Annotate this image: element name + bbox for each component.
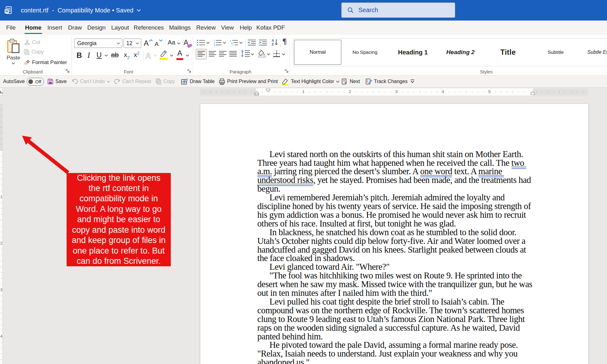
tab-draw[interactable]: Draw xyxy=(68,21,82,35)
style-subtitle[interactable]: Subtitle xyxy=(548,40,564,65)
qat-copy-button[interactable]: Copy xyxy=(156,76,175,87)
qat-print-preview-button[interactable]: Print Preview and Print xyxy=(219,76,278,87)
document-line[interactable]: Levi glanced toward Air. "Where?" xyxy=(269,263,390,271)
clipboard-dialog-launcher[interactable] xyxy=(65,69,70,73)
tab-file[interactable]: File xyxy=(6,21,16,35)
font-dialog-launcher[interactable] xyxy=(187,69,192,73)
grow-font-button[interactable]: A xyxy=(144,39,153,48)
tab-references[interactable]: References xyxy=(133,21,164,35)
document-line[interactable]: panted behind him. xyxy=(257,332,323,341)
copy-button[interactable]: Copy xyxy=(24,48,44,56)
align-right-button[interactable] xyxy=(219,50,227,57)
qat-next-button[interactable]: Next xyxy=(341,76,360,87)
superscript-button[interactable]: x2 xyxy=(134,51,142,60)
tab-review[interactable]: Review xyxy=(196,21,216,35)
tab-home[interactable]: Home xyxy=(25,21,42,35)
left-indent-marker[interactable] xyxy=(254,91,259,96)
text-effects-chevron[interactable] xyxy=(154,54,157,57)
align-center-button[interactable] xyxy=(208,50,217,57)
tab-kofax-pdf[interactable]: Kofax PDF xyxy=(256,21,286,35)
qat-highlight-button[interactable]: Text Highlight Color xyxy=(282,76,339,87)
cut-button[interactable]: Cut xyxy=(24,38,40,46)
font-size-select[interactable]: 12 xyxy=(124,39,141,48)
document-line[interactable]: Three years had taught him what happened… xyxy=(257,159,526,167)
underline-chevron[interactable] xyxy=(105,54,108,57)
shading-button[interactable] xyxy=(258,49,266,58)
multilevel-list-button[interactable]: 1 a i xyxy=(230,39,238,46)
document-line[interactable]: abandoned us." xyxy=(257,358,310,364)
show-formatting-button[interactable]: ¶ xyxy=(282,37,288,47)
line-spacing-chevron[interactable] xyxy=(251,53,254,55)
text-highlight-color-button[interactable] xyxy=(160,50,168,61)
document-line[interactable]: He pivoted toward the pale David, assumi… xyxy=(269,341,518,349)
first-line-indent-marker[interactable] xyxy=(266,89,270,92)
document-line[interactable]: his gym addiction was a bonus. He promis… xyxy=(257,211,526,219)
bullets-chevron[interactable] xyxy=(206,42,210,44)
borders-button[interactable] xyxy=(273,50,280,57)
document-line[interactable]: clung to Route 9 leading east to Utah’s … xyxy=(257,315,525,324)
tab-stop-selector[interactable] xyxy=(0,88,3,96)
document-line[interactable]: Utah’s October nights could dip below fo… xyxy=(257,237,525,245)
qat-overflow-button[interactable] xyxy=(410,79,415,83)
document-line[interactable]: Levi remembered Jeremiah’s pitch. Jeremi… xyxy=(269,193,505,202)
font-color-chevron[interactable] xyxy=(186,54,189,57)
italic-button[interactable]: I xyxy=(87,51,92,60)
document-line[interactable]: discipline honed by his twenty years of … xyxy=(257,202,531,211)
document-line[interactable]: compound was on the northern edge of Roc… xyxy=(257,306,524,315)
document-line[interactable]: a.m. jarring ring pierced the desert’s s… xyxy=(257,167,504,176)
font-family-select[interactable]: Georgia xyxy=(74,39,122,48)
text-effects-button[interactable]: A xyxy=(145,51,155,60)
search-input[interactable]: Search xyxy=(341,2,455,18)
bold-button[interactable]: B xyxy=(77,51,83,60)
document-line[interactable]: Levi stared north on the outskirts of th… xyxy=(269,150,523,159)
bullets-button[interactable] xyxy=(197,39,205,46)
multilevel-chevron[interactable] xyxy=(239,42,243,44)
right-indent-marker[interactable] xyxy=(530,91,535,95)
document-line[interactable]: raps on the wooden siding signaled a suc… xyxy=(257,324,520,332)
change-case-button[interactable]: Aa xyxy=(168,39,181,48)
subscript-button[interactable]: x2 xyxy=(124,51,132,60)
tab-help[interactable]: Help xyxy=(239,21,252,35)
tab-view[interactable]: View xyxy=(221,21,235,35)
document-line[interactable]: Levi pulled his coat tight despite the b… xyxy=(269,297,504,306)
underline-button[interactable]: U xyxy=(96,51,103,60)
document-line[interactable]: desert when he saw my mask. Missed twice… xyxy=(257,280,532,289)
tab-insert[interactable]: Insert xyxy=(47,21,63,35)
shading-chevron[interactable] xyxy=(267,53,270,55)
numbering-button[interactable]: 1 2 3 xyxy=(213,39,222,46)
document-line[interactable]: the face cloaked in shadows. xyxy=(257,254,355,263)
style-subtle-em[interactable]: Subtle Em xyxy=(587,40,607,65)
saved-chevron-icon[interactable] xyxy=(137,9,141,12)
document-line[interactable]: begun. xyxy=(257,184,280,193)
qat-draw-table-button[interactable]: Draw Table xyxy=(181,76,215,87)
document-line[interactable]: "The fool was hitchhiking two miles west… xyxy=(269,271,522,280)
horizontal-ruler[interactable]: 12345 xyxy=(200,88,588,96)
paragraph-dialog-launcher[interactable] xyxy=(284,69,289,73)
style-title[interactable]: Title xyxy=(500,40,516,65)
autosave-toggle[interactable]: Off xyxy=(27,78,44,86)
document-line[interactable]: "Relax, Isaiah needs to understand. Just… xyxy=(257,349,518,358)
document-line[interactable]: understood risks, yet he stayed. Promise… xyxy=(257,176,531,184)
strikethrough-button[interactable]: ab xyxy=(111,51,120,60)
font-color-button[interactable]: A xyxy=(176,51,184,61)
title-saved-status[interactable]: Saved xyxy=(116,7,133,14)
sort-button[interactable]: A Z xyxy=(271,39,279,46)
clear-formatting-button[interactable]: A xyxy=(184,39,194,48)
tab-layout[interactable]: Layout xyxy=(110,21,129,35)
decrease-indent-button[interactable] xyxy=(247,39,256,46)
text-highlight-chevron[interactable] xyxy=(170,54,173,57)
borders-chevron[interactable] xyxy=(282,53,285,55)
document-line[interactable]: others of his race. Insulted at first, b… xyxy=(257,219,456,228)
style-no-spacing[interactable]: No Spacing xyxy=(353,40,377,65)
increase-indent-button[interactable] xyxy=(259,39,267,46)
tab-mailings[interactable]: Mailings xyxy=(168,21,191,35)
vertical-ruler[interactable]: 1234 xyxy=(0,88,3,364)
style-heading-2[interactable]: Heading 2 xyxy=(446,40,475,65)
align-left-button[interactable] xyxy=(197,50,205,57)
format-painter-button[interactable]: Format Painter xyxy=(24,58,67,67)
qat-undo-button[interactable]: Can't Undo xyxy=(72,76,110,87)
line-spacing-button[interactable] xyxy=(241,50,250,57)
qat-save-button[interactable]: Save xyxy=(47,76,67,87)
style-normal[interactable]: Normal xyxy=(294,40,341,65)
qat-repeat-button[interactable]: Can't Repeat xyxy=(114,76,151,87)
